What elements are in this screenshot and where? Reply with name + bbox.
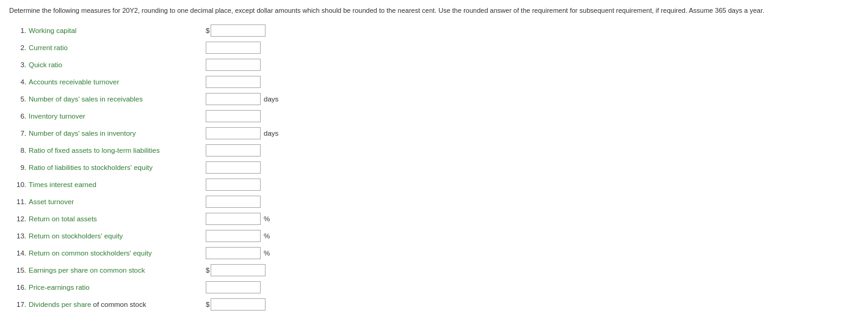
input-area-4 <box>206 76 261 88</box>
item-label-17: Dividends per share of common stock <box>29 301 200 308</box>
input-area-2 <box>206 42 261 54</box>
item-label-15: Earnings per share on common stock <box>29 267 200 274</box>
item-number-14: 14. <box>9 249 26 257</box>
input-area-8 <box>206 144 261 156</box>
input-area-11 <box>206 196 261 208</box>
suffix-12: % <box>264 215 270 223</box>
item-row-16: 16.Price-earnings ratio <box>9 281 859 294</box>
item-label-5: Number of days' sales in receivables <box>29 95 200 103</box>
item-number-16: 16. <box>9 284 26 291</box>
item-label-13: Return on stockholders' equity <box>29 232 200 240</box>
item-label-8: Ratio of fixed assets to long-term liabi… <box>29 147 200 154</box>
suffix-14: % <box>264 249 270 257</box>
input-ndsi[interactable] <box>206 127 261 139</box>
item-row-13: 13.Return on stockholders' equity% <box>9 229 859 243</box>
item-row-10: 10.Times interest earned <box>9 178 859 191</box>
item-row-6: 6.Inventory turnover <box>9 109 859 123</box>
input-rta[interactable] <box>206 213 261 225</box>
item-label-7: Number of days' sales in inventory <box>29 130 200 137</box>
input-area-17: $ <box>206 298 266 311</box>
item-label-14: Return on common stockholders' equity <box>29 249 200 257</box>
input-rfaltl[interactable] <box>206 144 261 156</box>
item-number-17: 17. <box>9 301 26 308</box>
input-area-3 <box>206 59 261 71</box>
item-row-5: 5.Number of days' sales in receivablesda… <box>9 92 859 106</box>
item-label-16: Price-earnings ratio <box>29 284 200 291</box>
item-row-15: 15.Earnings per share on common stock$ <box>9 263 859 277</box>
prefix-15: $ <box>206 267 209 274</box>
instructions: Determine the following measures for 20Y… <box>9 6 859 15</box>
input-area-7: days <box>206 127 278 139</box>
input-area-16 <box>206 281 261 293</box>
input-it[interactable] <box>206 110 261 122</box>
item-number-13: 13. <box>9 232 26 240</box>
item-number-8: 8. <box>9 147 26 154</box>
input-area-14: % <box>206 247 270 259</box>
item-number-7: 7. <box>9 130 26 137</box>
item-row-4: 4.Accounts receivable turnover <box>9 75 859 89</box>
input-area-12: % <box>206 213 270 225</box>
prefix-1: $ <box>206 27 209 34</box>
item-number-5: 5. <box>9 95 26 103</box>
item-row-9: 9.Ratio of liabilities to stockholders' … <box>9 161 859 174</box>
prefix-17: $ <box>206 301 209 308</box>
item-label-12: Return on total assets <box>29 215 200 223</box>
item-label-3: Quick ratio <box>29 61 200 68</box>
input-area-13: % <box>206 230 270 242</box>
item-number-3: 3. <box>9 61 26 68</box>
item-row-1: 1.Working capital$ <box>9 24 859 37</box>
item-row-17: 17.Dividends per share of common stock$ <box>9 298 859 311</box>
input-area-9 <box>206 161 261 174</box>
item-number-11: 11. <box>9 198 26 205</box>
input-per[interactable] <box>206 281 261 293</box>
input-cr[interactable] <box>206 42 261 54</box>
item-label-4: Accounts receivable turnover <box>29 78 200 86</box>
input-dps[interactable] <box>211 298 266 311</box>
item-number-2: 2. <box>9 44 26 51</box>
input-rse[interactable] <box>206 230 261 242</box>
item-row-12: 12.Return on total assets% <box>9 212 859 226</box>
input-rlse[interactable] <box>206 161 261 174</box>
item-label-10: Times interest earned <box>29 181 200 188</box>
item-label-11: Asset turnover <box>29 198 200 205</box>
item-row-8: 8.Ratio of fixed assets to long-term lia… <box>9 144 859 157</box>
input-ndsr[interactable] <box>206 93 261 105</box>
item-row-14: 14.Return on common stockholders' equity… <box>9 246 859 260</box>
item-label-6: Inventory turnover <box>29 112 200 120</box>
suffix-13: % <box>264 232 270 240</box>
item-number-4: 4. <box>9 78 26 86</box>
input-wc[interactable] <box>211 24 266 37</box>
item-number-1: 1. <box>9 27 26 34</box>
input-art[interactable] <box>206 76 261 88</box>
input-qr[interactable] <box>206 59 261 71</box>
item-number-10: 10. <box>9 181 26 188</box>
input-tie[interactable] <box>206 179 261 191</box>
suffix-5: days <box>264 95 278 103</box>
item-row-7: 7.Number of days' sales in inventorydays <box>9 127 859 140</box>
input-area-10 <box>206 179 261 191</box>
input-at[interactable] <box>206 196 261 208</box>
item-label-2: Current ratio <box>29 44 200 51</box>
item-label-9: Ratio of liabilities to stockholders' eq… <box>29 164 200 171</box>
item-row-3: 3.Quick ratio <box>9 58 859 72</box>
input-area-1: $ <box>206 24 266 37</box>
suffix-7: days <box>264 130 278 137</box>
item-number-6: 6. <box>9 112 26 120</box>
input-rcse[interactable] <box>206 247 261 259</box>
item-number-15: 15. <box>9 267 26 274</box>
input-area-15: $ <box>206 264 266 276</box>
item-number-9: 9. <box>9 164 26 171</box>
input-eps[interactable] <box>211 264 266 276</box>
item-number-12: 12. <box>9 215 26 223</box>
input-area-6 <box>206 110 261 122</box>
item-row-11: 11.Asset turnover <box>9 195 859 208</box>
input-area-5: days <box>206 93 278 105</box>
item-row-2: 2.Current ratio <box>9 41 859 54</box>
item-label-1: Working capital <box>29 27 200 34</box>
